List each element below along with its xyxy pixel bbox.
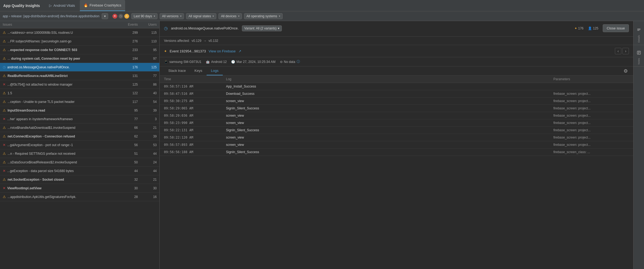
tab-firebase-crashlytics[interactable]: 🔥 Firebase Crashlytics: [80, 0, 125, 11]
issue-row-selected[interactable]: ◷ android.os.MessageQueue.nativePollOnce…: [0, 63, 159, 72]
issue-row[interactable]: ✕ ...her' appears in /system/framework/f…: [0, 115, 159, 123]
content-tabs: Stack trace Keys Logs ⚙: [160, 66, 633, 76]
chevron-down-icon: ▾: [213, 15, 214, 18]
issue-row[interactable]: ⚠ ...FR subjectAltNames: [securelogin.sa…: [0, 37, 159, 46]
issue-row[interactable]: ⚠ net.SocketException - Socket closed 32…: [0, 175, 159, 184]
versions-affected: Versions affected: v0.129 → v0.132: [160, 37, 633, 45]
issue-row[interactable]: ✕ ...geException - data parcel size 5416…: [0, 167, 159, 175]
breadcrumb-bar: app › release: [app-distribution-android…: [0, 11, 644, 21]
header: App Quality Insights ▷ Android Vitals 🔥 …: [0, 0, 644, 11]
warning-icon: ⚠: [3, 39, 6, 43]
variant-dropdown[interactable]: Variant: All (2 variants) ▾: [242, 25, 282, 31]
svg-rect-0: [637, 29, 640, 29]
logs-table-header: Time Log Parameters: [160, 76, 633, 83]
issue-row[interactable]: ⚠ net.ConnectException - Connection refu…: [0, 132, 159, 141]
warning-icon: ⚠: [3, 126, 6, 130]
log-row: 09:58:23:990 AM screen_view firebase_scr…: [160, 119, 633, 127]
filter-all-signal-states[interactable]: All signal states ▾: [186, 13, 216, 19]
clock-icon: 🕐: [231, 60, 235, 64]
android-vitals-icon: ▷: [49, 4, 52, 8]
detail-panel: ◷ android.os.MessageQueue.nativePollOnce…: [160, 21, 633, 269]
tab-logs[interactable]: Logs: [207, 66, 223, 75]
issue-row[interactable]: ✕ ...galArgumentException - port out of …: [0, 141, 159, 149]
chevron-down-icon: ▾: [154, 15, 155, 18]
warning-icon: ⚠: [3, 100, 6, 104]
issue-row[interactable]: ✕ ...@f3c754[] not attached to window ma…: [0, 80, 159, 89]
warning-icon: ⚠: [3, 91, 6, 95]
notes-sidebar-section: Notes: [633, 46, 644, 67]
detail-header: ◷ android.os.MessageQueue.nativePollOnce…: [160, 21, 633, 37]
filter-all-versions[interactable]: All versions ▾: [160, 13, 184, 19]
issue-row[interactable]: ⚠ ... during system call, Connection res…: [0, 54, 159, 63]
filter-clock-icon[interactable]: ◷: [118, 14, 123, 19]
issue-row[interactable]: ⚠ RealBufferedSource.readUtf8LineStrict …: [0, 72, 159, 80]
detail-issue-title: android.os.MessageQueue.nativePollOnce.: [171, 26, 239, 30]
tab-android-vitals[interactable]: ▷ Android Vitals: [45, 0, 79, 11]
issue-row[interactable]: ⚠ ...<address> error:10000068b:SSL routi…: [0, 28, 159, 37]
tab-keys[interactable]: Keys: [190, 66, 207, 75]
issue-row[interactable]: ⚠ ...appdistribution.ApkUtils.getSignatu…: [0, 193, 159, 201]
svg-rect-2: [637, 30, 639, 31]
warning-icon: ⚠: [3, 108, 6, 112]
col-log: Log: [226, 77, 553, 81]
event-star-icon: ✦: [164, 49, 167, 53]
error-icon: ✕: [3, 143, 6, 147]
event-row: ✦ Event 192954...981373 View on Firebase…: [160, 45, 633, 57]
info-icon: ⓘ: [297, 59, 300, 64]
svg-rect-1: [637, 29, 640, 30]
filter-last-90-days[interactable]: Last 90 days ▾: [131, 13, 157, 19]
filter-error-icon[interactable]: ✕: [112, 14, 117, 19]
event-navigation: ‹ ›: [615, 48, 629, 54]
col-parameters: Parameters: [553, 77, 629, 81]
issues-panel: Issues Events Users ⚠ ...<address> error…: [0, 21, 160, 269]
chevron-down-icon: ▾: [238, 15, 239, 18]
warning-icon: ⚠: [3, 160, 6, 164]
filter-logs-icon[interactable]: ⚙: [624, 68, 629, 74]
clock-detail-icon: ◷: [164, 26, 168, 31]
issue-row[interactable]: ✕ ViewRootImpl.setView 30 30: [0, 184, 159, 193]
filter-all-operating-systems[interactable]: All operating systems ▾: [244, 13, 283, 19]
right-sidebar: Details Notes: [633, 21, 644, 269]
star-icon: ✦: [574, 26, 577, 30]
stats-row: ✦ 176 👤 125: [574, 26, 598, 30]
issue-row[interactable]: ⚠ ...expected response code for CONNECT:…: [0, 46, 159, 54]
filter-all-devices[interactable]: All devices ▾: [218, 13, 242, 19]
col-time: Time: [164, 77, 226, 81]
warning-icon: ⚠: [3, 195, 6, 199]
details-icon-button[interactable]: [635, 25, 643, 34]
issue-row[interactable]: ⚠ InputStreamSource.read 95 39: [0, 106, 159, 115]
chevron-down-icon: ▾: [180, 15, 181, 18]
event-id: Event 192954...981373: [170, 49, 206, 53]
warning-icon: ⚠: [3, 152, 6, 156]
issue-row[interactable]: ⚠ ...ception - Unable to parse TLS packe…: [0, 97, 159, 106]
device-icon: 📱: [164, 60, 168, 64]
log-row: 09:58:47:516 AM Download_Success firebas…: [160, 90, 633, 97]
firebase-icon: 🔥: [84, 3, 88, 7]
prev-event-button[interactable]: ‹: [615, 48, 621, 54]
breadcrumb-dropdown[interactable]: ▾: [102, 13, 108, 19]
main-container: Issues Events Users ⚠ ...<address> error…: [0, 21, 644, 269]
chevron-down-icon: ▾: [104, 14, 106, 18]
warning-icon: ⚠: [3, 177, 6, 181]
log-row: 09:58:22:131 AM SignIn_Silent_Success fi…: [160, 127, 633, 134]
details-sidebar-section: Details: [633, 23, 644, 45]
next-event-button[interactable]: ›: [622, 48, 629, 54]
details-label: Details: [638, 35, 640, 43]
issue-row[interactable]: ⚠ ...n - Required SETTINGS preface not r…: [0, 149, 159, 158]
tab-stack-trace[interactable]: Stack trace: [164, 66, 190, 75]
view-on-firebase-link[interactable]: View on Firebase: [208, 49, 235, 53]
filter-warning-icon[interactable]: ⚠: [124, 14, 129, 19]
error-icon: ✕: [3, 117, 6, 121]
variant-label: Variant: All (2 variants): [244, 26, 277, 30]
chevron-down-icon: ▾: [278, 26, 279, 30]
warning-icon: ⚠: [3, 56, 6, 60]
close-issue-button[interactable]: Close issue: [603, 24, 629, 32]
issues-table-header: Issues Events Users: [0, 21, 159, 28]
notes-icon-button[interactable]: [635, 48, 643, 57]
issue-row[interactable]: ⚠ 1.5 122 40: [0, 89, 159, 97]
user-icon: 👤: [588, 26, 592, 30]
issue-row[interactable]: ⚠ ...rvice$handleAabDownload$1.invokeSus…: [0, 123, 159, 132]
issue-row[interactable]: ⚠ ...sDataSource$loadReleases$2.invokeSu…: [0, 158, 159, 167]
log-row: 09:56:57:893 AM screen_view firebase_scr…: [160, 141, 633, 149]
clock-icon: ◷: [3, 65, 6, 69]
